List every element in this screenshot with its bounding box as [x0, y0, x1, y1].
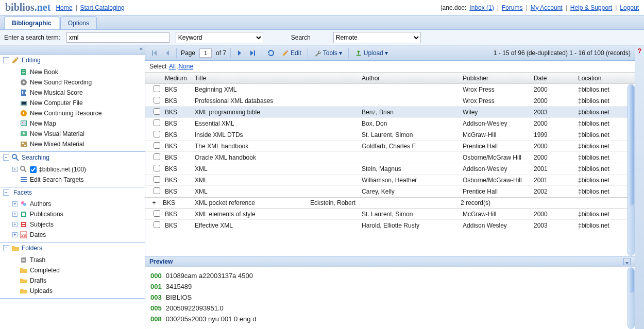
- select-none[interactable]: None: [178, 63, 193, 70]
- row-checkbox[interactable]: [154, 165, 160, 171]
- svg-rect-17: [21, 181, 27, 182]
- panel-editing-header[interactable]: − Editing: [0, 55, 145, 66]
- panel-folders: − Folders TrashCompletedDraftsUploads: [0, 243, 145, 299]
- table-row[interactable]: BKS Professional XML databases Wrox Pres…: [145, 95, 635, 107]
- folder-item[interactable]: Trash: [10, 255, 145, 265]
- content-area: Page of 7 Edit Tools ▾ Upload ▾ 1 - 15 o…: [145, 45, 635, 329]
- table-row[interactable]: BKS Inside XML DTDs St. Laurent, Simon M…: [145, 129, 635, 141]
- row-checkbox[interactable]: [154, 187, 160, 194]
- panel-searching-header[interactable]: − Searching: [0, 152, 145, 163]
- folder-item[interactable]: Drafts: [10, 275, 145, 286]
- table-row[interactable]: BKS Oracle XML handbook Osborne/McGraw H…: [145, 152, 635, 163]
- row-checkbox[interactable]: [154, 176, 160, 183]
- editing-item[interactable]: New Mixed Material: [10, 139, 145, 149]
- row-checkbox[interactable]: [154, 221, 160, 228]
- search-scope-select[interactable]: Remote: [333, 32, 421, 43]
- col-publisher[interactable]: Publisher: [461, 75, 532, 82]
- editing-item[interactable]: New Computer File: [10, 98, 145, 108]
- facet-item[interactable]: +Authors: [10, 199, 145, 209]
- page-input[interactable]: [199, 48, 212, 58]
- prev-page-button[interactable]: [163, 48, 172, 58]
- tools-menu[interactable]: Tools ▾: [312, 49, 344, 57]
- edit-button[interactable]: Edit: [280, 49, 303, 57]
- link-logout[interactable]: Logout: [620, 4, 639, 11]
- search-button[interactable]: Search: [291, 34, 311, 41]
- row-checkbox[interactable]: [154, 153, 160, 160]
- col-author[interactable]: Author: [360, 75, 461, 82]
- app-header: biblios.net Home | Start Cataloging jane…: [0, 0, 644, 15]
- next-page-button[interactable]: [235, 48, 244, 58]
- col-date[interactable]: Date: [532, 75, 576, 82]
- link-inbox[interactable]: Inbox (1): [469, 4, 494, 11]
- link-forums[interactable]: Forums: [502, 4, 523, 11]
- plus-icon[interactable]: +: [152, 199, 156, 206]
- tab-options[interactable]: Options: [60, 16, 97, 29]
- tab-bibliographic[interactable]: Bibliographic: [4, 16, 59, 29]
- grid-scrollbar[interactable]: [628, 84, 635, 230]
- col-location[interactable]: Location: [576, 75, 628, 82]
- editing-item[interactable]: New Musical Score: [10, 88, 145, 98]
- table-row[interactable]: BKS XML Williamson, Heather Osborne/McGr…: [145, 175, 635, 186]
- table-row[interactable]: BKS Effective XML Harold, Elliotte Rusty…: [145, 220, 635, 230]
- magnifier-icon: [11, 153, 20, 162]
- panel-facets-header[interactable]: − Facets: [0, 187, 145, 198]
- upload-menu[interactable]: Upload ▾: [353, 49, 390, 57]
- table-row[interactable]: BKS XML programming bible Benz, Brian Wi…: [145, 107, 635, 118]
- search-type-select[interactable]: Keyword: [176, 32, 263, 43]
- row-checkbox[interactable]: [154, 85, 160, 92]
- marc-line: 00520050922093951.0: [150, 303, 630, 314]
- svg-point-13: [21, 166, 25, 170]
- table-row[interactable]: BKS Beginning XML Wrox Press 2000 ‡bibli…: [145, 84, 635, 95]
- table-row[interactable]: BKS XML Carey, Kelly Prentice Hall 2002 …: [145, 186, 635, 197]
- table-row[interactable]: BKS Essential XML Box, Don Addison-Wesle…: [145, 118, 635, 129]
- table-row[interactable]: BKS The XML handbook Goldfarb, Charles F…: [145, 141, 635, 152]
- table-row[interactable]: BKS XML Stein, Magnus Addison-Wesley 200…: [145, 163, 635, 175]
- last-page-button[interactable]: [248, 48, 258, 58]
- facet-item[interactable]: +29Dates: [10, 230, 145, 240]
- nav-home[interactable]: Home: [56, 4, 72, 11]
- link-my-account[interactable]: My Account: [531, 4, 563, 11]
- item-icon: [20, 109, 28, 117]
- item-icon: [20, 99, 28, 107]
- folder-item[interactable]: Completed: [10, 265, 145, 275]
- editing-item[interactable]: New Visual Material: [10, 129, 145, 139]
- refresh-button[interactable]: [266, 48, 276, 58]
- item-icon: [20, 78, 28, 86]
- search-input[interactable]: [66, 32, 170, 43]
- editing-item[interactable]: New Continuing Resource: [10, 108, 145, 118]
- help-icon[interactable]: ?: [635, 45, 644, 57]
- editing-item[interactable]: New Sound Recording: [10, 77, 145, 88]
- editing-item[interactable]: New Map: [10, 118, 145, 129]
- row-checkbox[interactable]: [154, 119, 160, 126]
- folder-item[interactable]: Uploads: [10, 286, 145, 296]
- svg-point-1: [23, 81, 25, 83]
- col-medium[interactable]: Medium: [163, 75, 193, 82]
- target-checkbox[interactable]: [30, 166, 37, 173]
- col-title[interactable]: Title: [193, 75, 360, 82]
- edit-search-targets[interactable]: Edit Search Targets: [10, 175, 145, 185]
- svg-point-5: [22, 122, 23, 123]
- svg-text:29: 29: [21, 233, 26, 238]
- editing-item[interactable]: New Book: [10, 67, 145, 77]
- row-checkbox[interactable]: [154, 131, 160, 137]
- first-page-button[interactable]: [149, 48, 159, 58]
- group-row[interactable]: + BKS XML pocket reference Eckstein, Rob…: [145, 197, 635, 209]
- row-checkbox[interactable]: [154, 142, 160, 149]
- search-target-biblios[interactable]: + ‡biblios.net (100): [10, 164, 145, 175]
- preview-scrollbar[interactable]: [628, 267, 635, 329]
- link-help-support[interactable]: Help & Support: [570, 4, 612, 11]
- nav-start-cataloging[interactable]: Start Cataloging: [80, 4, 125, 11]
- panel-folders-header[interactable]: − Folders: [0, 243, 145, 254]
- preview-collapse[interactable]: ⌄: [623, 258, 631, 265]
- select-all[interactable]: All: [169, 63, 176, 70]
- row-checkbox[interactable]: [154, 108, 160, 115]
- results-grid: Medium Title Author Publisher Date Locat…: [145, 73, 635, 256]
- row-checkbox[interactable]: [154, 97, 160, 103]
- facet-item[interactable]: +Subjects: [10, 219, 145, 230]
- minus-icon: −: [3, 245, 9, 251]
- row-checkbox[interactable]: [154, 210, 160, 217]
- sidebar-collapse[interactable]: «: [0, 45, 145, 55]
- marc-line: 00001089cam a22003137a 4500: [150, 270, 630, 281]
- facet-item[interactable]: +Publications: [10, 209, 145, 219]
- table-row[interactable]: BKS XML elements of style St. Laurent, S…: [145, 209, 635, 220]
